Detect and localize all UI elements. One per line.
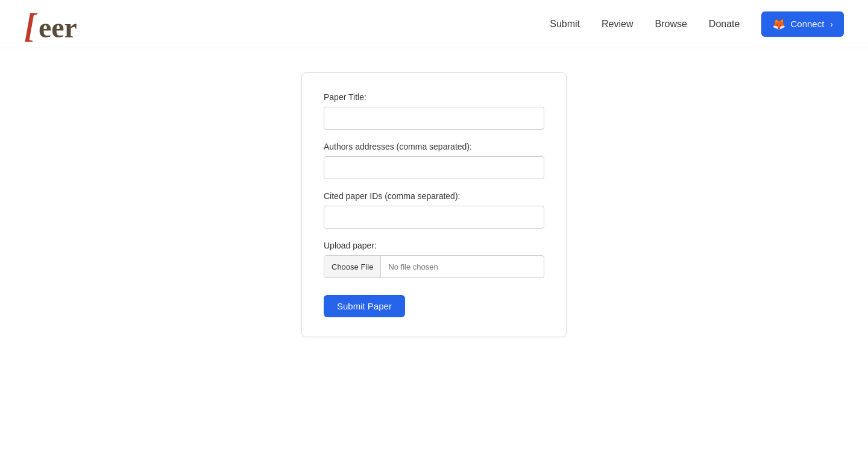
choose-file-button[interactable]: Choose File (324, 256, 381, 277)
upload-group: Upload paper: Choose File No file chosen (324, 241, 544, 278)
upload-label: Upload paper: (324, 241, 544, 250)
paper-title-group: Paper Title: (324, 92, 544, 130)
logo-icon: [ (24, 6, 38, 45)
cited-papers-label: Cited paper IDs (comma separated): (324, 191, 544, 201)
authors-input[interactable] (324, 156, 544, 179)
connect-label: Connect (790, 19, 824, 29)
connect-button[interactable]: 🦊 Connect › (761, 11, 844, 37)
logo-svg: [ eer (24, 4, 78, 45)
submit-form-card: Paper Title: Authors addresses (comma se… (301, 72, 567, 337)
submit-paper-button[interactable]: Submit Paper (324, 295, 405, 317)
paper-title-input[interactable] (324, 107, 544, 130)
main-content: Paper Title: Authors addresses (comma se… (0, 48, 868, 361)
cited-papers-group: Cited paper IDs (comma separated): (324, 191, 544, 229)
nav-browse[interactable]: Browse (655, 19, 687, 30)
header: [ eer Submit Review Browse Donate 🦊 Conn… (0, 0, 868, 48)
file-name-display: No file chosen (381, 262, 445, 271)
cited-papers-input[interactable] (324, 206, 544, 229)
logo-wordmark: eer (39, 11, 77, 43)
nav-review[interactable]: Review (602, 19, 633, 30)
nav-submit[interactable]: Submit (550, 19, 580, 30)
chevron-right-icon: › (830, 19, 833, 29)
logo-container: [ eer (24, 4, 78, 45)
authors-group: Authors addresses (comma separated): (324, 142, 544, 179)
nav: Submit Review Browse Donate 🦊 Connect › (550, 11, 844, 37)
fox-icon: 🦊 (772, 17, 785, 31)
nav-donate[interactable]: Donate (709, 19, 740, 30)
paper-title-label: Paper Title: (324, 92, 544, 102)
file-upload-wrapper: Choose File No file chosen (324, 255, 544, 278)
authors-label: Authors addresses (comma separated): (324, 142, 544, 151)
